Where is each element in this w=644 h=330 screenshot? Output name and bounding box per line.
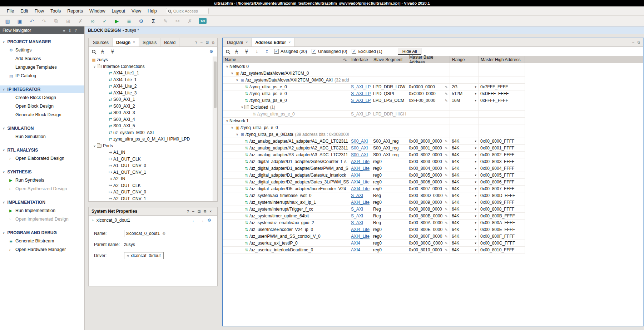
address-row[interactable]: ⇅/zynq_ultra_ps_e_0S_AXI_LPDLPD_LPS_OCM0… <box>223 97 525 104</box>
address-row[interactable]: ∨⊞/uz_system/DataMover/AXI2TCM_0/M00_AXI… <box>223 77 525 84</box>
net-name-input[interactable]: xlconcat_0_dout1 ⊗ <box>124 230 166 237</box>
close-tab-icon[interactable]: × <box>246 40 248 44</box>
menu-view[interactable]: View <box>128 9 144 14</box>
column-header-name[interactable]: Name^1 <box>223 56 349 63</box>
tree-item[interactable]: ⇄uz_system_M00_AXI <box>89 129 213 136</box>
interface-link[interactable]: AXI4 <box>351 241 360 246</box>
flow-item-open-elaborated-design[interactable]: ›Open Elaborated Design <box>0 154 84 163</box>
interface-link[interactable]: S00_AXI <box>351 146 368 151</box>
edit-pencil-icon[interactable]: ✎ <box>445 214 448 218</box>
run-icon[interactable]: ▶ <box>114 18 120 24</box>
range-dropdown-icon[interactable]: ▾ <box>473 179 476 185</box>
range-value[interactable]: 16M <box>452 98 460 103</box>
tree-item[interactable]: ↦A1_OUT_CLK <box>89 156 213 163</box>
flow-section-rtl-analysis[interactable]: ∨RTL ANALYSIS <box>0 146 84 154</box>
interface-link[interactable]: S_AXI <box>351 193 363 198</box>
design-tab-design[interactable]: Design× <box>113 38 139 46</box>
tcl-console-button[interactable]: Tcl <box>199 18 207 24</box>
menu-help[interactable]: Help <box>144 9 160 14</box>
range-value[interactable]: 64K <box>452 139 459 144</box>
tree-item[interactable]: ↦A1_OUT_CNV_0 <box>89 162 213 169</box>
base-address-value[interactable]: 0x00_800E_0000 <box>409 227 442 232</box>
item-expand-icon[interactable]: › <box>9 187 15 191</box>
tree-expand-icon[interactable]: ∨ <box>92 144 97 148</box>
edit-pencil-icon[interactable]: ✎ <box>445 160 448 164</box>
float-icon[interactable]: ⊡ <box>198 210 200 213</box>
item-expand-icon[interactable]: › <box>9 248 15 252</box>
row-expand-icon[interactable]: ∨ <box>235 133 239 136</box>
range-dropdown-icon[interactable]: ▾ <box>473 152 476 158</box>
range-dropdown-icon[interactable]: ▾ <box>473 206 476 212</box>
range-dropdown-icon[interactable]: ▾ <box>473 192 476 199</box>
close-tab-icon[interactable]: × <box>133 40 135 44</box>
range-dropdown-icon[interactable]: ▾ <box>473 145 476 151</box>
range-dropdown-icon[interactable]: ▾ <box>473 240 476 246</box>
tree-item[interactable]: ⇄S00_AXI_1 <box>89 96 213 103</box>
address-row[interactable]: ∨▣/uz_system/DataMover/AXI2TCM_0 <box>223 70 525 77</box>
range-dropdown-icon[interactable]: ▾ <box>473 158 476 165</box>
range-value[interactable]: 64K <box>452 227 459 232</box>
address-row[interactable]: ∨▣/zynq_ultra_ps_e_0 <box>223 124 525 131</box>
help-icon[interactable]: ? <box>187 210 189 213</box>
maximize-icon[interactable]: ⧉ <box>638 40 640 45</box>
edit-pencil-icon[interactable]: ✎ <box>445 221 448 225</box>
range-dropdown-icon[interactable]: ▾ <box>473 233 476 240</box>
flow-item-add-sources[interactable]: Add Sources <box>0 54 84 63</box>
column-header-range[interactable]: Range <box>450 56 479 63</box>
item-expand-icon[interactable]: › <box>9 217 15 221</box>
address-row[interactable]: ⇅/uz_system/Interrupt/mux_axi_ip_1AXI4_L… <box>223 199 525 206</box>
range-value[interactable]: 64K <box>452 247 459 252</box>
tree-item[interactable]: ⇥A2_IN <box>89 176 213 182</box>
menu-reports[interactable]: Reports <box>64 9 86 14</box>
driver-link[interactable]: ≈ xlconcat_0/dout <box>124 252 164 259</box>
column-header-interface[interactable]: Interface <box>349 56 371 63</box>
interface-link[interactable]: AXI4_Lite <box>351 200 370 205</box>
tree-expand-icon[interactable]: ∨ <box>92 65 97 68</box>
address-row[interactable]: ⇅/zynq_ultra_ps_e_0S_AXI_LPDLPD_DDR_HIGH <box>223 111 525 118</box>
flow-item-settings[interactable]: ⚙Settings <box>0 46 84 54</box>
edit-pencil-icon[interactable]: ✎ <box>445 173 448 177</box>
range-value[interactable]: 64K <box>452 173 459 178</box>
edit-pencil-icon[interactable]: ✎ <box>445 146 448 150</box>
base-address-value[interactable]: 0xFF00_0000 <box>409 98 435 103</box>
address-row[interactable]: ⇅/uz_system/timer_uptime_64bitS_AXIReg0x… <box>223 213 525 220</box>
design-tab-board[interactable]: Board <box>160 38 179 46</box>
edit-pencil-icon[interactable]: ✎ <box>445 248 448 252</box>
interface-link[interactable]: S00_AXI <box>351 139 368 144</box>
validate-icon[interactable]: ✓ <box>101 18 108 24</box>
base-address-value[interactable]: 0x00_800F_0000 <box>409 234 442 239</box>
maximize-icon[interactable]: ⧉ <box>212 40 214 45</box>
range-value[interactable]: 512M <box>452 91 462 96</box>
tree-item[interactable]: ↦A2_OUT_CNV_0 <box>89 189 213 196</box>
filter-excluded-1[interactable]: ✓Excluded (1) <box>352 49 382 54</box>
filter-unassigned-0[interactable]: ✓Unassigned (0) <box>312 49 347 54</box>
save-icon[interactable]: ▣ <box>16 18 23 24</box>
search-icon[interactable] <box>92 50 95 53</box>
range-dropdown-icon[interactable]: ▾ <box>473 138 476 144</box>
help-icon[interactable]: ? <box>195 40 197 44</box>
address-row[interactable]: ⇅/uz_user/uz_axi_testIP_0AXI4reg00x00_80… <box>223 240 525 247</box>
float-icon[interactable]: ⊡ <box>205 40 208 44</box>
range-value[interactable]: 64K <box>452 179 459 184</box>
forward-icon[interactable]: → <box>199 218 204 223</box>
row-expand-icon[interactable]: ∨ <box>230 126 234 129</box>
range-value[interactable]: 64K <box>452 146 459 151</box>
interface-link[interactable]: S_AXI_LPD <box>351 91 371 96</box>
base-address-value[interactable]: 0x00_800D_0000 <box>409 193 443 198</box>
minimize-icon[interactable]: ‒ <box>200 40 203 44</box>
interface-link[interactable]: AXI4 <box>351 173 360 178</box>
range-value[interactable]: 64K <box>452 207 459 212</box>
interface-link[interactable]: S_AXI_LPD <box>351 98 371 103</box>
flow-item-language-templates[interactable]: Language Templates <box>0 63 84 72</box>
close-icon[interactable]: × <box>209 210 212 213</box>
clear-input-icon[interactable]: ⊗ <box>162 231 165 236</box>
tree-item[interactable]: ⇥A1_IN <box>89 149 213 156</box>
address-row[interactable]: ∨Excluded(1) <box>223 104 525 111</box>
item-expand-icon[interactable]: › <box>9 157 15 161</box>
maximize-icon[interactable]: ⧉ <box>204 209 206 213</box>
expand-all-icon[interactable]: ≫ <box>244 49 249 54</box>
sum-icon[interactable]: Σ <box>150 18 157 24</box>
minimize-icon[interactable]: ‒ <box>192 210 194 213</box>
flow-item-open-block-design[interactable]: Open Block Design <box>0 102 84 110</box>
row-expand-icon[interactable]: ∨ <box>240 105 244 109</box>
